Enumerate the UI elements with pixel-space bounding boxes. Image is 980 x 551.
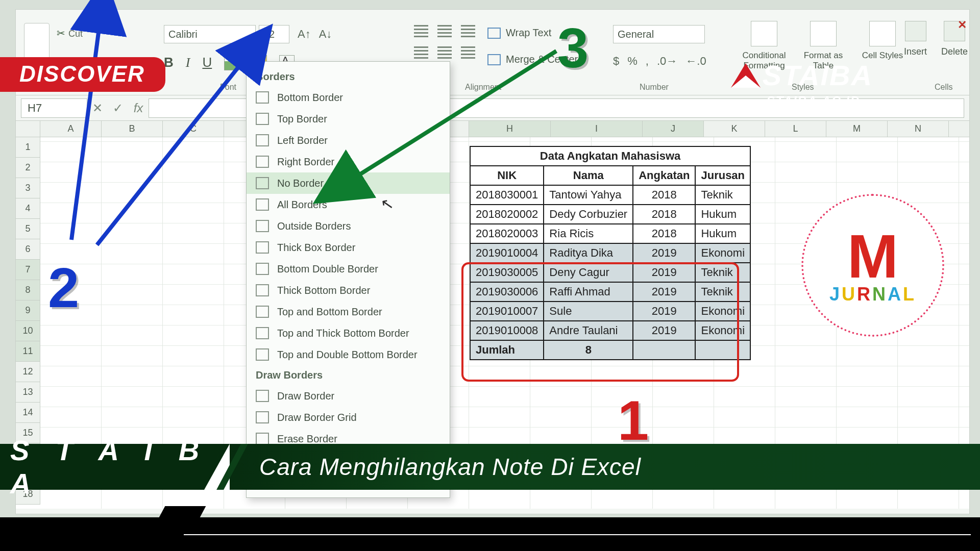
svg-line-2: [337, 51, 556, 189]
row-header-9[interactable]: 9: [16, 300, 40, 321]
table-row[interactable]: 2019010008Andre Taulani2019Ekonomi: [470, 321, 750, 340]
row-header-8[interactable]: 8: [16, 280, 40, 300]
row-header-10[interactable]: 10: [16, 321, 40, 341]
table-row[interactable]: 2018020002Dedy Corbuzier2018Hukum: [470, 205, 750, 224]
border-item[interactable]: Thick Bottom Border: [247, 280, 450, 301]
wrap-text-button[interactable]: Wrap Text: [487, 27, 551, 39]
badge-m: M: [847, 226, 898, 287]
row-header-2[interactable]: 2: [16, 158, 40, 178]
border-item[interactable]: Top and Thick Bottom Border: [247, 322, 450, 344]
border-item[interactable]: Outside Borders: [247, 215, 450, 237]
number-group-label: Number: [640, 83, 669, 92]
brand-text: STAIBA: [763, 59, 873, 92]
align-bottom-icon[interactable]: [461, 25, 475, 37]
delete-icon: [944, 21, 965, 41]
border-icon: [256, 390, 269, 402]
table-row[interactable]: 2019010007Sule2019Ekonomi: [470, 302, 750, 321]
arrow-3: [327, 46, 567, 199]
col-header-M[interactable]: M: [826, 121, 888, 137]
grow-font-icon[interactable]: A↑: [298, 28, 311, 41]
col-header-L[interactable]: L: [765, 121, 826, 137]
insert-icon: [905, 21, 926, 41]
border-item[interactable]: Draw Border Grid: [247, 407, 450, 428]
brand-site: STAIBA.AC.ID: [767, 94, 873, 108]
border-icon: [256, 263, 269, 275]
table-total-row: Jumlah8: [470, 340, 750, 360]
increase-decimal-icon[interactable]: .0→: [657, 55, 677, 68]
wrap-icon: [487, 28, 501, 39]
border-icon: [256, 411, 269, 423]
border-item[interactable]: Bottom Double Border: [247, 258, 450, 280]
table-row[interactable]: 2019010004Raditya Dika2019Ekonomi: [470, 243, 750, 263]
number-format-combo[interactable]: General: [613, 25, 705, 43]
col-header-N[interactable]: N: [888, 121, 949, 137]
row-header-14[interactable]: 14: [16, 403, 40, 423]
badge-jurnal: JURNAL: [829, 284, 916, 305]
row-header-7[interactable]: 7: [16, 260, 40, 280]
lower-third: S T A I B A Cara Menghilangkan Note Di E…: [0, 444, 980, 490]
align-middle-icon[interactable]: [437, 25, 452, 37]
col-header-J[interactable]: J: [643, 121, 704, 137]
table-header: Jurusan: [695, 166, 750, 185]
shrink-font-icon[interactable]: A↓: [319, 28, 332, 41]
border-item[interactable]: Thick Box Border: [247, 237, 450, 258]
callout-1: 1: [618, 388, 649, 453]
table-fmt-icon: [810, 21, 837, 46]
mjurnal-badge: M JURNAL: [801, 194, 944, 337]
accounting-icon[interactable]: $: [613, 55, 619, 68]
cell-styles-icon: [869, 21, 896, 46]
insert-button[interactable]: Insert: [904, 21, 927, 57]
border-icon: [256, 284, 269, 296]
row-header-6[interactable]: 6: [16, 239, 40, 260]
border-icon: [256, 433, 269, 445]
percent-icon[interactable]: %: [627, 55, 638, 68]
logo-icon: [731, 63, 761, 88]
callout-3: 3: [557, 15, 589, 80]
border-item[interactable]: Top and Double Bottom Border: [247, 344, 450, 365]
select-all-button[interactable]: [16, 121, 40, 137]
discover-tag: DISCOVER: [0, 57, 165, 92]
comma-icon[interactable]: ,: [646, 55, 649, 68]
border-icon: [256, 327, 269, 339]
table-row[interactable]: 2018020003Ria Ricis2018Hukum: [470, 224, 750, 243]
border-icon: [256, 306, 269, 318]
row-header-4[interactable]: 4: [16, 198, 40, 219]
table-row[interactable]: 2019030006Raffi Ahmad2019Teknik: [470, 282, 750, 302]
footer-brand: S T A I B A: [0, 444, 209, 490]
align-top-icon[interactable]: [414, 25, 428, 37]
border-item[interactable]: Top and Bottom Border: [247, 301, 450, 322]
table-header: Angkatan: [633, 166, 695, 185]
bottom-bar: [0, 517, 980, 551]
col-header-K[interactable]: K: [704, 121, 765, 137]
border-icon: [256, 348, 269, 361]
video-title: Cara Menghilangkan Note Di Excel: [259, 453, 641, 481]
table-row[interactable]: 2019030005Deny Cagur2019Teknik: [470, 263, 750, 282]
watermark: STAIBA STAIBA.AC.ID: [731, 59, 873, 108]
cells-group: Insert Delete: [904, 21, 968, 57]
row-header-11[interactable]: 11: [16, 341, 40, 362]
cells-group-label: Cells: [935, 83, 953, 92]
draw-borders-section: Draw Borders: [247, 365, 450, 385]
bottom-rule: [184, 534, 971, 535]
row-header-12[interactable]: 12: [16, 362, 40, 382]
row-header-5[interactable]: 5: [16, 219, 40, 239]
delete-button[interactable]: Delete: [941, 21, 968, 57]
row-header-3[interactable]: 3: [16, 178, 40, 198]
paste-button[interactable]: [24, 23, 50, 60]
row-header-1[interactable]: 1: [16, 137, 40, 158]
decrease-decimal-icon[interactable]: ←.0: [685, 55, 706, 68]
callout-2: 2: [48, 255, 79, 320]
border-item[interactable]: Draw Border: [247, 385, 450, 407]
number-group: General $%,.0→←.0: [613, 25, 706, 68]
cond-fmt-icon: [751, 21, 777, 46]
row-header-13[interactable]: 13: [16, 382, 40, 403]
